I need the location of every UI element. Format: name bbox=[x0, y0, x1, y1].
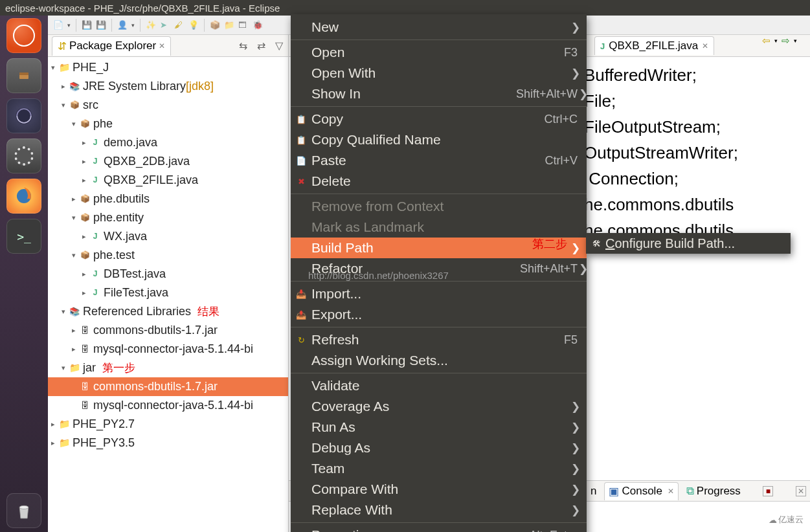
ref-lib-mysql[interactable]: ▸mysql-connector-java-5.1.44-bi bbox=[48, 340, 288, 359]
package-icon bbox=[79, 194, 91, 205]
close-icon[interactable]: ✕ bbox=[702, 41, 708, 50]
ctx-run-as[interactable]: Run As❯ bbox=[291, 417, 587, 438]
package-dbutils-node[interactable]: ▸phe.dbutils bbox=[48, 190, 288, 208]
chevron-right-icon: ❯ bbox=[571, 241, 580, 255]
tab-progress[interactable]: ⧉Progress bbox=[682, 483, 745, 500]
package-test-node[interactable]: ▾phe.test bbox=[48, 246, 288, 265]
java-file-icon bbox=[89, 288, 101, 298]
ctx-refactor[interactable]: RefactorShift+Alt+T❯ bbox=[291, 258, 587, 279]
library-icon bbox=[69, 307, 80, 317]
settings-app-icon[interactable] bbox=[6, 139, 41, 173]
collapse-all-icon[interactable]: ⇆ bbox=[239, 39, 252, 52]
src-folder-node[interactable]: ▾src bbox=[48, 96, 288, 115]
ctx-open[interactable]: OpenF3 bbox=[291, 42, 587, 63]
src-folder-icon bbox=[69, 100, 80, 111]
close-icon[interactable]: ✕ bbox=[668, 487, 674, 496]
save-all-icon[interactable]: 💾 bbox=[96, 20, 106, 30]
ctx-configure-build-path[interactable]: 🛠 Configure Build Path... bbox=[586, 234, 791, 252]
editor-tab-qbxb2file[interactable]: J QBXB_2FILE.java ✕ bbox=[594, 36, 714, 55]
chevron-right-icon: ❯ bbox=[571, 400, 580, 414]
project-icon bbox=[58, 63, 70, 73]
build-path-submenu: 🛠 Configure Build Path... bbox=[586, 233, 791, 254]
separator bbox=[291, 327, 587, 327]
ctx-export[interactable]: 📤Export... bbox=[291, 304, 587, 325]
jar-commons-node[interactable]: commons-dbutils-1.7.jar bbox=[48, 377, 288, 396]
ctx-coverage-as[interactable]: Coverage As❯ bbox=[291, 396, 587, 417]
java-file-filetest[interactable]: ▸FileTest.java bbox=[48, 283, 288, 302]
terminate-button[interactable]: ■ bbox=[763, 486, 773, 496]
ctx-assign-working-sets[interactable]: Assign Working Sets... bbox=[291, 350, 587, 371]
library-icon bbox=[69, 82, 80, 92]
ref-lib-commons[interactable]: ▸commons-dbutils-1.7.jar bbox=[48, 321, 288, 340]
jar-icon bbox=[79, 401, 91, 411]
ctx-new[interactable]: New❯ bbox=[291, 17, 587, 38]
ctx-build-path[interactable]: Build Path 第二步 ❯ bbox=[291, 238, 587, 258]
package-explorer-tab[interactable]: ⇵ Package Explorer ✕ bbox=[52, 36, 171, 56]
terminal-app-icon[interactable]: >_ bbox=[6, 219, 41, 254]
package-entity-node[interactable]: ▾phe.entity bbox=[48, 208, 288, 227]
ctx-replace-with[interactable]: Replace With❯ bbox=[291, 500, 587, 520]
debug-step-icon[interactable]: ➤ bbox=[160, 20, 170, 30]
ctx-open-with[interactable]: Open With❯ bbox=[291, 63, 587, 83]
project-py35[interactable]: ▸PHE_PY3.5 bbox=[48, 434, 288, 452]
firefox-app-icon[interactable] bbox=[6, 179, 41, 214]
remove-launch-button[interactable]: ✕ bbox=[796, 486, 806, 496]
bulb-icon[interactable]: 💡 bbox=[188, 20, 199, 30]
new-icon[interactable]: 📄 bbox=[53, 20, 63, 30]
view-menu-icon[interactable]: ▽ bbox=[275, 39, 288, 52]
nav-back-icon[interactable]: ⇦ bbox=[762, 35, 771, 47]
copy-icon: 📋 bbox=[296, 114, 306, 124]
save-icon[interactable]: 💾 bbox=[82, 20, 92, 30]
chevron-right-icon: ❯ bbox=[571, 441, 580, 455]
ctx-import[interactable]: 📥Import... bbox=[291, 283, 587, 304]
separator bbox=[291, 106, 587, 107]
ctx-paste[interactable]: 📄PasteCtrl+V bbox=[291, 150, 587, 171]
nav-forward-icon[interactable]: ⇨ bbox=[782, 35, 790, 47]
ctx-delete[interactable]: ✖Delete bbox=[291, 171, 587, 192]
project-node[interactable]: ▾PHE_J bbox=[48, 58, 288, 77]
package-phe-node[interactable]: ▾phe bbox=[48, 115, 288, 133]
jre-library-node[interactable]: ▸JRE System Library [jdk8] bbox=[48, 77, 288, 96]
bug-icon[interactable]: 🐞 bbox=[253, 20, 263, 30]
referenced-libraries-node[interactable]: ▾Referenced Libraries结果 bbox=[48, 302, 288, 321]
java-file-icon: J bbox=[600, 41, 605, 51]
jar-folder-node[interactable]: ▾jar第一步 bbox=[48, 359, 288, 377]
tab-n[interactable]: n bbox=[587, 483, 600, 500]
separator bbox=[291, 281, 587, 282]
link-editor-icon[interactable]: ⇄ bbox=[257, 39, 270, 52]
project-py27[interactable]: ▸PHE_PY2.7 bbox=[48, 415, 288, 434]
java-file-icon bbox=[89, 175, 101, 186]
eclipse-app-icon[interactable] bbox=[6, 98, 41, 133]
jar-mysql-node[interactable]: mysql-connector-java-5.1.44-bi bbox=[48, 396, 288, 415]
explorer-tab-row: ⇵ Package Explorer ✕ ⇆ ⇄ ▽ bbox=[48, 35, 288, 57]
java-file-qbxb2file[interactable]: ▸QBXB_2FILE.java bbox=[48, 171, 288, 190]
brush-icon[interactable]: 🖌 bbox=[174, 20, 185, 30]
dash-button[interactable] bbox=[6, 18, 41, 53]
ctx-validate[interactable]: Validate bbox=[291, 375, 587, 396]
java-file-wx[interactable]: ▸WX.java bbox=[48, 227, 288, 246]
trash-icon[interactable] bbox=[6, 493, 41, 528]
editor-tab-label: QBXB_2FILE.java bbox=[609, 39, 698, 52]
ctx-refresh[interactable]: ↻RefreshF5 bbox=[291, 329, 587, 350]
chevron-right-icon: ❯ bbox=[571, 504, 580, 517]
window-icon[interactable]: 🗔 bbox=[238, 20, 249, 30]
ctx-debug-as[interactable]: Debug As❯ bbox=[291, 438, 587, 458]
ctx-copy-qualified[interactable]: 📋Copy Qualified Name bbox=[291, 129, 587, 150]
folder-icon[interactable]: 📁 bbox=[224, 20, 234, 30]
ctx-copy[interactable]: 📋CopyCtrl+C bbox=[291, 109, 587, 129]
java-file-demo[interactable]: ▸demo.java bbox=[48, 133, 288, 152]
files-app-icon[interactable] bbox=[6, 58, 41, 93]
java-file-dbtest[interactable]: ▸DBTest.java bbox=[48, 265, 288, 283]
close-icon[interactable]: ✕ bbox=[159, 41, 165, 50]
person-icon[interactable]: 👤 bbox=[117, 20, 128, 30]
ctx-show-in[interactable]: Show InShift+Alt+W❯ bbox=[291, 83, 587, 104]
project-tree[interactable]: ▾PHE_J ▸JRE System Library [jdk8] ▾src ▾… bbox=[48, 57, 288, 532]
java-file-qbxb2db[interactable]: ▸QBXB_2DB.java bbox=[48, 152, 288, 171]
ctx-properties[interactable]: PropertiesAlt+Enter bbox=[291, 525, 587, 532]
window-title: eclipse-workspace - PHE_J/src/phe/QBXB_2… bbox=[5, 3, 280, 14]
ctx-compare-with[interactable]: Compare With❯ bbox=[291, 479, 587, 500]
ctx-team[interactable]: Team❯ bbox=[291, 458, 587, 479]
tab-console[interactable]: ▣Console✕ bbox=[604, 482, 678, 500]
wand-icon[interactable]: ✨ bbox=[146, 20, 156, 30]
package-icon[interactable]: 📦 bbox=[210, 20, 220, 30]
